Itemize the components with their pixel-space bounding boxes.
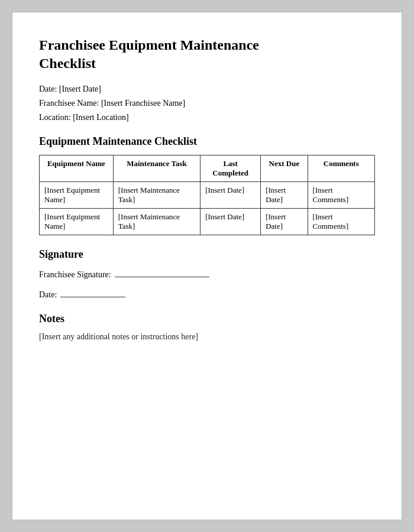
notes-section: Notes [Insert any additional notes or in… xyxy=(39,313,375,342)
maintenance-task-cell: [Insert Maintenance Task] xyxy=(113,182,200,209)
date-signature-underline xyxy=(60,288,125,297)
maintenance-task-cell: [Insert Maintenance Task] xyxy=(113,209,200,235)
signature-section: Signature Franchisee Signature: Date: xyxy=(39,248,375,300)
last-completed-cell: [Insert Date] xyxy=(200,182,261,209)
notes-section-title: Notes xyxy=(39,313,375,325)
next-due-cell: [Insert Date] xyxy=(261,182,308,209)
header-last-completed: Last Completed xyxy=(200,155,261,182)
date-signature-label: Date: xyxy=(39,290,57,300)
franchisee-signature-line: Franchisee Signature: xyxy=(39,268,375,280)
checklist-section-title: Equipment Maintenance Checklist xyxy=(39,135,375,148)
table-row: [Insert Equipment Name][Insert Maintenan… xyxy=(40,182,375,209)
franchisee-signature-underline xyxy=(115,268,209,277)
table-row: [Insert Equipment Name][Insert Maintenan… xyxy=(40,209,375,235)
last-completed-cell: [Insert Date] xyxy=(200,209,261,235)
page-title: Franchisee Equipment Maintenance Checkli… xyxy=(39,36,375,73)
notes-text: [Insert any additional notes or instruct… xyxy=(39,332,375,342)
signature-section-title: Signature xyxy=(39,248,375,261)
date-field: Date: [Insert Date] xyxy=(39,85,375,94)
next-due-cell: [Insert Date] xyxy=(261,209,308,235)
comments-cell: [Insert Comments] xyxy=(308,182,374,209)
date-signature-line: Date: xyxy=(39,288,375,300)
equipment-name-cell: [Insert Equipment Name] xyxy=(40,182,114,209)
header-comments: Comments xyxy=(308,155,374,182)
header-next-due: Next Due xyxy=(261,155,308,182)
comments-cell: [Insert Comments] xyxy=(308,209,374,235)
franchisee-signature-label: Franchisee Signature: xyxy=(39,270,111,280)
header-equipment: Equipment Name xyxy=(40,155,114,182)
equipment-name-cell: [Insert Equipment Name] xyxy=(40,209,114,235)
location-field: Location: [Insert Location] xyxy=(39,113,375,122)
document-page: Franchisee Equipment Maintenance Checkli… xyxy=(12,12,402,520)
franchisee-name-field: Franchisee Name: [Insert Franchisee Name… xyxy=(39,99,375,108)
equipment-table: Equipment Name Maintenance Task Last Com… xyxy=(39,155,375,235)
header-task: Maintenance Task xyxy=(113,155,200,182)
